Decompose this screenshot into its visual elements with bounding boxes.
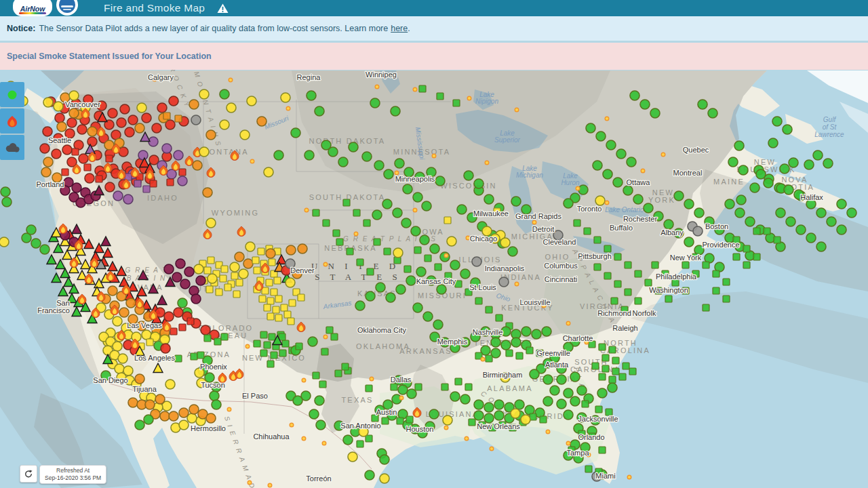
- map-marker: [635, 270, 642, 277]
- notice-bar: Notice: The Sensor Data Pilot adds a new…: [0, 16, 868, 41]
- map-marker: [366, 435, 372, 442]
- layer-toggle-smoke[interactable]: [0, 135, 24, 160]
- svg-text:Philadelphia: Philadelphia: [656, 272, 697, 281]
- map-marker: [564, 388, 573, 398]
- map-marker: [248, 481, 252, 485]
- map-marker: [43, 98, 53, 107]
- map-marker: [214, 338, 221, 345]
- map-marker: [264, 167, 273, 177]
- notice-link[interactable]: here: [391, 24, 408, 33]
- map-marker: [582, 401, 589, 407]
- map-marker: [416, 267, 426, 277]
- map-marker: [145, 400, 155, 409]
- svg-text:Tucson: Tucson: [201, 381, 225, 389]
- map-marker: [176, 259, 185, 268]
- map-marker: [750, 183, 760, 192]
- map-marker: [230, 262, 239, 272]
- map-marker: [585, 466, 592, 472]
- map-marker: [447, 237, 456, 246]
- map-marker: [370, 377, 374, 381]
- map-marker: [288, 318, 294, 325]
- refresh-button[interactable]: [20, 465, 37, 483]
- map-marker: [266, 249, 275, 258]
- map-marker: [743, 245, 750, 252]
- map-marker: [363, 220, 370, 226]
- svg-text:Hermosillo: Hermosillo: [191, 424, 226, 432]
- svg-text:TEXAS: TEXAS: [341, 396, 373, 404]
- map-marker: [391, 384, 397, 390]
- map-marker: [380, 455, 389, 464]
- svg-text:MAINE: MAINE: [713, 178, 745, 186]
- map-marker: [756, 169, 766, 179]
- layer-toggle-monitors[interactable]: [0, 82, 24, 107]
- map-marker: [397, 418, 403, 424]
- map-marker: [460, 394, 470, 404]
- svg-text:Superior: Superior: [494, 136, 520, 144]
- map-marker: [362, 152, 372, 161]
- warning-icon[interactable]: [217, 3, 229, 14]
- svg-text:Seattle: Seattle: [48, 136, 71, 144]
- map-marker: [191, 353, 197, 360]
- svg-text:OHIO: OHIO: [545, 253, 570, 261]
- svg-text:Washington: Washington: [649, 286, 688, 294]
- map-marker: [321, 348, 328, 355]
- smoke-alert-bar[interactable]: Special Smoke Statement Issued for Your …: [0, 43, 868, 70]
- svg-text:Montreal: Montreal: [673, 169, 703, 177]
- map-marker: [191, 294, 201, 304]
- map-marker: [433, 320, 443, 329]
- svg-text:Toronto: Toronto: [577, 205, 602, 213]
- map-marker: [204, 267, 211, 274]
- epa-logo[interactable]: [56, 0, 78, 16]
- map-marker: [627, 475, 631, 479]
- map-marker: [269, 333, 275, 340]
- svg-text:Cleveland: Cleveland: [543, 238, 576, 246]
- map-marker: [414, 247, 421, 253]
- map-marker: [266, 279, 273, 286]
- map-marker: [399, 396, 403, 400]
- svg-text:Oklahoma City: Oklahoma City: [357, 326, 407, 334]
- map-marker: [250, 159, 254, 163]
- map-marker: [184, 267, 194, 277]
- map-marker: [322, 441, 326, 445]
- map-marker: [723, 296, 730, 302]
- map-marker: [43, 157, 53, 167]
- svg-text:Minneapolis: Minneapolis: [395, 175, 435, 183]
- map-marker: [231, 272, 238, 279]
- map-marker: [837, 225, 846, 235]
- map-marker: [338, 157, 348, 167]
- map-marker: [684, 237, 694, 247]
- map-marker: [302, 436, 306, 441]
- map-marker: [441, 384, 448, 390]
- alert-text: Special Smoke Statement Issued for Your …: [7, 52, 212, 61]
- airnow-logo[interactable]: AirNow: [13, 0, 52, 16]
- map-marker: [87, 137, 97, 146]
- map-marker: [331, 333, 338, 340]
- map-marker: [96, 176, 102, 182]
- map-marker: [623, 186, 633, 195]
- map-marker: [625, 289, 631, 296]
- map-marker: [511, 409, 520, 418]
- map-marker: [204, 335, 211, 342]
- map-marker: [597, 388, 607, 398]
- map-marker: [319, 381, 326, 388]
- map-marker: [420, 235, 429, 245]
- map-marker: [316, 420, 326, 430]
- svg-text:Tijuana: Tijuana: [132, 385, 157, 393]
- map-marker: [500, 238, 510, 247]
- layer-toggle-fires[interactable]: [0, 108, 24, 134]
- svg-text:Portland: Portland: [37, 180, 64, 188]
- map-marker: [594, 264, 601, 270]
- map-marker: [570, 396, 580, 406]
- map-marker: [619, 373, 626, 380]
- map-marker: [753, 228, 760, 235]
- svg-text:Chihuahua: Chihuahua: [253, 432, 290, 441]
- map-canvas[interactable]: MONTANANORTH DAKOTAMINNESOTASOUTH DAKOTA…: [0, 0, 868, 488]
- svg-text:WYOMING: WYOMING: [212, 209, 259, 217]
- epa-seal-icon: [59, 0, 75, 13]
- map-marker: [546, 430, 550, 434]
- map-marker: [128, 115, 138, 125]
- map-marker: [776, 208, 785, 218]
- map-marker: [511, 338, 521, 347]
- map-marker: [570, 372, 580, 382]
- map-marker: [664, 220, 673, 229]
